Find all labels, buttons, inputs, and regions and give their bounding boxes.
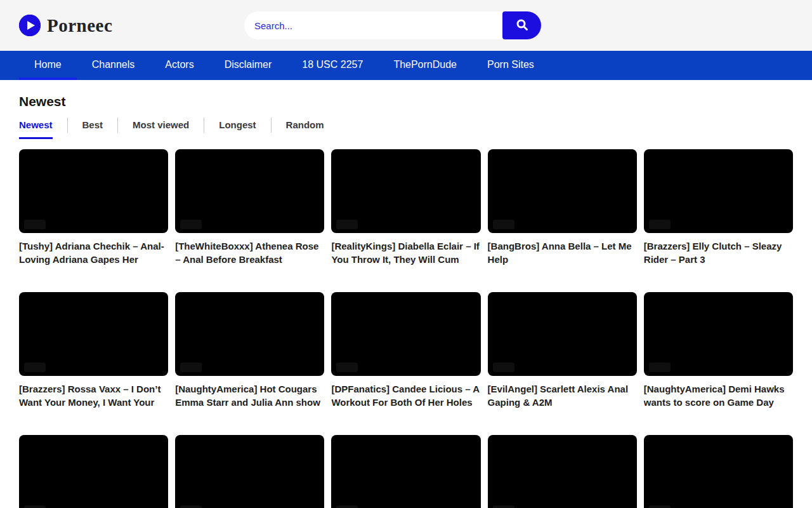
video-card[interactable] <box>19 435 168 508</box>
main-content: Newest Newest Best Most viewed Longest R… <box>0 94 812 508</box>
video-card[interactable] <box>331 435 480 508</box>
brand-name: Porneec <box>47 15 112 36</box>
nav-item-disclaimer[interactable]: Disclaimer <box>209 51 287 80</box>
video-thumbnail[interactable] <box>331 435 480 508</box>
video-title[interactable]: [Brazzers] Elly Clutch – Sleazy Rider – … <box>644 239 793 266</box>
duration-badge <box>24 220 46 229</box>
video-thumbnail[interactable] <box>488 149 637 233</box>
search-icon <box>515 18 529 34</box>
video-card[interactable] <box>488 435 637 508</box>
video-thumbnail[interactable] <box>19 435 168 508</box>
video-thumbnail[interactable] <box>175 149 324 233</box>
video-card[interactable]: [DPFanatics] Candee Licious – A Workout … <box>331 292 480 409</box>
duration-badge <box>649 505 671 508</box>
search-form <box>244 11 541 39</box>
video-thumbnail[interactable] <box>175 292 324 376</box>
video-thumbnail[interactable] <box>644 292 793 376</box>
video-title[interactable]: [NaughtyAmerica] Hot Cougars Emma Starr … <box>175 382 324 409</box>
main-nav: Home Channels Actors Disclaimer 18 USC 2… <box>0 51 812 80</box>
sort-tabs: Newest Best Most viewed Longest Random <box>19 117 793 133</box>
video-thumbnail[interactable] <box>644 435 793 508</box>
video-card[interactable]: [Brazzers] Elly Clutch – Sleazy Rider – … <box>644 149 793 266</box>
video-card[interactable]: [NaughtyAmerica] Hot Cougars Emma Starr … <box>175 292 324 409</box>
tab-newest[interactable]: Newest <box>19 117 67 133</box>
video-card[interactable]: [EvilAngel] Scarlett Alexis Anal Gaping … <box>488 292 637 409</box>
duration-badge <box>649 220 671 229</box>
search-button[interactable] <box>502 11 541 39</box>
duration-badge <box>493 363 514 372</box>
tab-most-viewed[interactable]: Most viewed <box>117 117 204 133</box>
video-title[interactable]: [BangBros] Anna Bella – Let Me Help <box>488 239 637 266</box>
page-title: Newest <box>19 94 793 109</box>
video-thumbnail[interactable] <box>331 149 480 233</box>
search-input[interactable] <box>244 11 502 39</box>
video-thumbnail[interactable] <box>331 292 480 376</box>
video-title[interactable]: [NaughtyAmerica] Demi Hawks wants to sco… <box>644 382 793 409</box>
video-thumbnail[interactable] <box>175 435 324 508</box>
tab-random[interactable]: Random <box>271 117 339 133</box>
duration-badge <box>336 505 358 508</box>
duration-badge <box>180 363 202 372</box>
video-title[interactable]: [TheWhiteBoxxx] Athenea Rose – Anal Befo… <box>175 239 324 266</box>
video-card[interactable] <box>175 435 324 508</box>
duration-badge <box>493 505 514 508</box>
nav-item-porn-sites[interactable]: Porn Sites <box>472 51 549 80</box>
video-title[interactable]: [RealityKings] Diabella Eclair – If You … <box>331 239 480 266</box>
tab-best[interactable]: Best <box>67 117 118 133</box>
video-card[interactable]: [TheWhiteBoxxx] Athenea Rose – Anal Befo… <box>175 149 324 266</box>
video-card[interactable]: [Tushy] Adriana Chechik – Anal-Loving Ad… <box>19 149 168 266</box>
video-thumbnail[interactable] <box>19 149 168 233</box>
video-thumbnail[interactable] <box>488 435 637 508</box>
brand-logo[interactable]: Porneec <box>19 0 112 51</box>
duration-badge <box>24 363 46 372</box>
duration-badge <box>180 505 202 508</box>
video-card[interactable]: [Brazzers] Rossa Vaxx – I Don’t Want You… <box>19 292 168 409</box>
video-thumbnail[interactable] <box>644 149 793 233</box>
nav-item-18-usc-2257[interactable]: 18 USC 2257 <box>287 51 378 80</box>
video-thumbnail[interactable] <box>19 292 168 376</box>
nav-item-theporndude[interactable]: ThePornDude <box>378 51 472 80</box>
video-grid: [Tushy] Adriana Chechik – Anal-Loving Ad… <box>19 149 793 508</box>
site-header: Porneec <box>0 0 812 51</box>
video-card[interactable]: [RealityKings] Diabella Eclair – If You … <box>331 149 480 266</box>
video-card[interactable]: [NaughtyAmerica] Demi Hawks wants to sco… <box>644 292 793 409</box>
video-title[interactable]: [DPFanatics] Candee Licious – A Workout … <box>331 382 480 409</box>
duration-badge <box>649 363 671 372</box>
tab-longest[interactable]: Longest <box>204 117 270 133</box>
play-icon <box>19 15 41 36</box>
video-title[interactable]: [Brazzers] Rossa Vaxx – I Don’t Want You… <box>19 382 168 409</box>
video-thumbnail[interactable] <box>488 292 637 376</box>
nav-item-actors[interactable]: Actors <box>150 51 209 80</box>
nav-item-home[interactable]: Home <box>19 51 77 80</box>
duration-badge <box>24 505 46 508</box>
video-title[interactable]: [EvilAngel] Scarlett Alexis Anal Gaping … <box>488 382 637 409</box>
duration-badge <box>336 363 358 372</box>
nav-item-channels[interactable]: Channels <box>77 51 150 80</box>
video-card[interactable]: [BangBros] Anna Bella – Let Me Help <box>488 149 637 266</box>
duration-badge <box>493 220 514 229</box>
duration-badge <box>336 220 358 229</box>
duration-badge <box>180 220 202 229</box>
video-card[interactable] <box>644 435 793 508</box>
video-title[interactable]: [Tushy] Adriana Chechik – Anal-Loving Ad… <box>19 239 168 266</box>
